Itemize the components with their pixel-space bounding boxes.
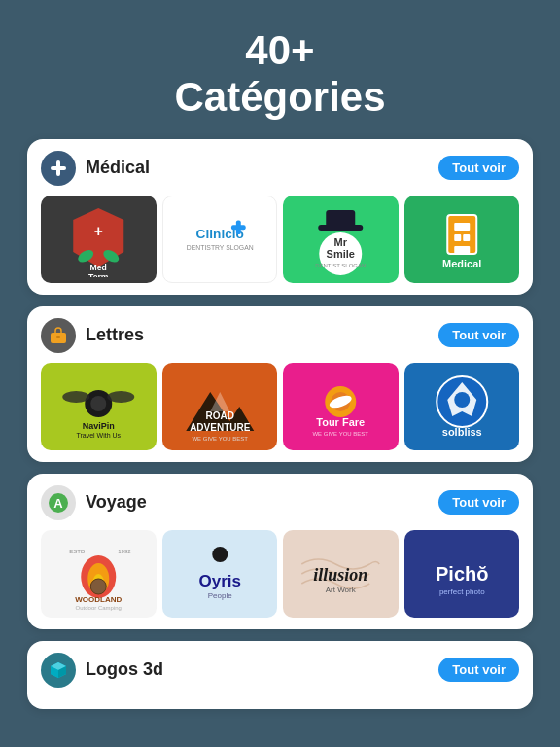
svg-text:Tour Fare: Tour Fare [316,416,365,428]
logo-med-term[interactable]: + Med Term [41,196,157,283]
svg-rect-13 [318,225,363,231]
svg-rect-19 [454,223,470,231]
svg-text:WE GIVE YOU BEST: WE GIVE YOU BEST [312,431,368,437]
voyage-category-icon: A [41,485,76,520]
solbliss-logo: solbliss [404,363,520,450]
svg-text:A: A [53,496,63,511]
logo-navipin[interactable]: NaviPin Travel With Us [41,363,157,450]
header-left-voyage: A Voyage [41,485,147,520]
road-adventure-logo: ROAD ADVENTURE WE GIVE YOU BEST [162,363,278,450]
logo-mr-smile[interactable]: Mr Smile DENTIST SLOGAN [283,196,399,283]
svg-text:illusion: illusion [313,565,368,585]
svg-text:Travel With Us: Travel With Us [76,432,121,439]
plus-icon [48,158,69,179]
title-line2: Catégories [174,74,385,120]
svg-text:ADVENTURE: ADVENTURE [190,422,251,433]
svg-point-57 [212,547,228,562]
lettres-tout-voir-button[interactable]: Tout voir [438,323,519,347]
svg-point-28 [62,391,89,403]
logo-solbliss[interactable]: solbliss [404,363,520,450]
logo-tour-fare[interactable]: Tour Fare WE GIVE YOU BEST [283,363,399,450]
cube-icon [48,659,69,681]
medical-category-icon [41,151,76,186]
lettres-logos-grid: NaviPin Travel With Us ROAD ADVENTURE WE… [41,363,519,450]
svg-point-29 [107,391,134,403]
medical-title: Médical [86,158,150,178]
voyage-logos-grid: WOODLAND Outdoor Camping ESTD 1992 Oyris… [41,530,519,618]
svg-text:Pichŏ: Pichŏ [436,563,488,585]
briefcase-icon [48,325,69,346]
clinicio-logo: Clinicio DENTISTRY SLOGAN [163,196,277,282]
svg-point-52 [90,579,106,594]
category-header-medical: Médical Tout voir [41,151,519,186]
navipin-logo: NaviPin Travel With Us [41,363,157,450]
logo-clinicio[interactable]: Clinicio DENTISTRY SLOGAN [162,196,278,283]
svg-text:1992: 1992 [118,549,131,554]
svg-text:Smile: Smile [327,248,355,260]
svg-text:WE GIVE YOU BEST: WE GIVE YOU BEST [192,436,248,442]
svg-point-27 [90,396,106,411]
voyage-title: Voyage [86,492,147,513]
logo-picho[interactable]: Pichŏ perfect photo [404,530,520,618]
logos3d-title: Logos 3d [86,659,163,680]
voyage-tout-voir-button[interactable]: Tout voir [438,490,519,515]
category-voyage: A Voyage Tout voir WOODLAND Outdoor Camp [27,474,533,629]
svg-text:solbliss: solbliss [441,426,481,438]
woodland-logo: WOODLAND Outdoor Camping ESTD 1992 [41,530,157,618]
svg-text:Mr: Mr [334,236,348,248]
logo-illusion[interactable]: illusion Art Work [283,530,399,618]
header-left-lettres: Lettres [41,318,144,353]
picho-logo: Pichŏ perfect photo [404,530,520,618]
svg-text:DENTIST SLOGAN: DENTIST SLOGAN [315,263,366,268]
lettres-title: Lettres [86,325,144,345]
logos3d-tout-voir-button[interactable]: Tout voir [438,658,519,682]
medical-tout-voir-button[interactable]: Tout voir [438,156,519,180]
svg-point-45 [454,392,470,408]
medical-green-logo: Medical [404,196,520,283]
lettres-category-icon [41,318,76,353]
header-left: Médical [41,151,150,186]
svg-text:DENTISTRY SLOGAN: DENTISTRY SLOGAN [186,243,253,250]
svg-text:Med: Med [90,263,107,272]
category-lettres: Lettres Tout voir NaviPin Travel With Us [27,306,533,462]
mr-smile-logo: Mr Smile DENTIST SLOGAN [283,196,399,283]
header-left-logos3d: Logos 3d [41,653,163,688]
logo-road-adventure[interactable]: ROAD ADVENTURE WE GIVE YOU BEST [162,363,278,450]
svg-text:ROAD: ROAD [205,410,233,421]
svg-text:Term: Term [88,271,109,276]
svg-text:Medical: Medical [442,258,481,269]
svg-text:perfect photo: perfect photo [438,587,484,596]
svg-rect-22 [454,246,470,254]
oyris-logo: Oyris People [162,530,278,618]
svg-rect-24 [51,333,66,343]
svg-rect-20 [454,234,461,241]
category-header-voyage: A Voyage Tout voir [41,485,519,520]
svg-text:+: + [94,223,103,239]
category-medical: Médical Tout voir + Med Term [27,139,533,295]
category-header-logos3d: Logos 3d Tout voir [41,653,519,688]
categories-container: Médical Tout voir + Med Term [27,139,533,721]
logo-oyris[interactable]: Oyris People [162,530,278,618]
svg-rect-1 [51,166,66,170]
category-header-lettres: Lettres Tout voir [41,318,519,353]
category-logos3d: Logos 3d Tout voir [27,641,533,709]
logo-medical-green[interactable]: Medical [404,196,520,283]
tour-fare-logo: Tour Fare WE GIVE YOU BEST [283,363,399,450]
svg-text:ESTD: ESTD [69,549,86,554]
letter-a-icon: A [48,492,69,514]
title-line1: 40+ [245,27,314,73]
svg-rect-21 [463,234,470,241]
svg-text:WOODLAND: WOODLAND [75,595,122,604]
svg-rect-25 [56,336,60,338]
svg-text:Oyris: Oyris [198,572,240,590]
page-title: 40+ Catégories [174,27,385,122]
svg-text:NaviPin: NaviPin [83,421,115,431]
med-term-logo: + Med Term [47,201,151,277]
logos3d-category-icon [41,653,76,688]
svg-text:Art Work: Art Work [326,586,357,594]
illusion-logo: illusion Art Work [283,530,399,618]
svg-text:People: People [207,591,231,600]
svg-text:Outdoor Camping: Outdoor Camping [76,605,122,611]
logo-woodland[interactable]: WOODLAND Outdoor Camping ESTD 1992 [41,530,157,618]
medical-logos-grid: + Med Term Clinicio DENTISTRY SLOGAN [41,196,519,283]
